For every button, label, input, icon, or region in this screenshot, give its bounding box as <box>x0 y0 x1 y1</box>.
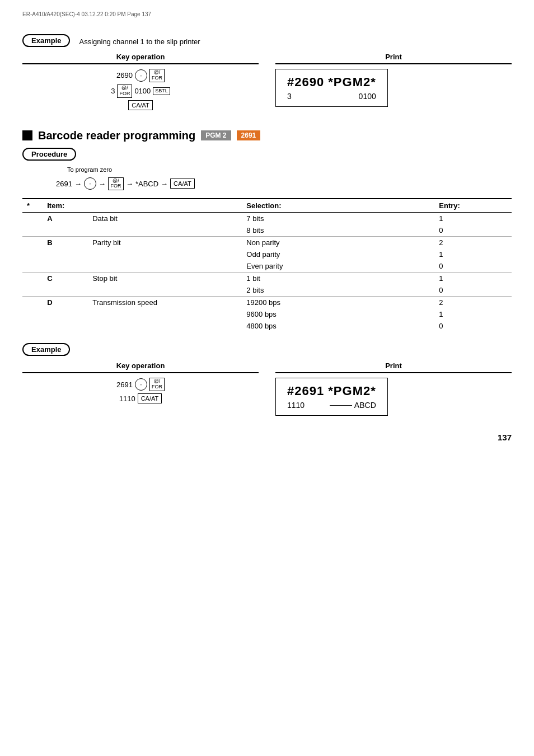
th-selection: Selection: <box>242 199 434 213</box>
table-body: AData bit7 bits18 bits0BParity bitNon pa… <box>22 213 512 332</box>
example1-key-diagram-2: 3 @/FOR 0100 SBTL <box>22 84 259 98</box>
td-entry: 2 <box>434 297 512 309</box>
example1-print-title: Print <box>275 53 512 64</box>
td-entry: 0 <box>434 320 512 332</box>
abcd-line <box>330 405 352 406</box>
td-item <box>43 284 88 297</box>
to-program-zero: To program zero <box>67 166 512 173</box>
td-entry: 2 <box>434 237 512 249</box>
example2-print-title: Print <box>275 361 512 373</box>
example1-badge: Example <box>22 34 70 47</box>
example2-key-diagram-2: 1110 CA/AT <box>22 393 259 403</box>
table-row: Odd parity1 <box>22 248 512 260</box>
td-entry: 1 <box>434 308 512 320</box>
example2-print-col: Print #2691 *PGM2* 1110 ABCD <box>275 361 512 416</box>
example1-key-op-col: Key operation 2690 · @/FOR 3 @/FOR 0100 … <box>22 53 259 112</box>
td-desc: Parity bit <box>88 237 242 249</box>
td-selection: 2 bits <box>242 284 434 297</box>
example2-key-diagram-1: 2691 · @/FOR <box>22 378 259 391</box>
td-item <box>43 224 88 237</box>
td-selection: Non parity <box>242 237 434 249</box>
td-star <box>22 297 43 309</box>
td-selection: Odd parity <box>242 248 434 260</box>
td-desc <box>88 224 242 237</box>
example1-key-diagram-1: 2690 · @/FOR <box>22 69 259 82</box>
barcode-table: * Item: Selection: Entry: AData bit7 bit… <box>22 198 512 332</box>
example2-abcd-group: ABCD <box>330 401 376 410</box>
th-item: Item: <box>43 199 88 213</box>
diag-for-key: @/FOR <box>108 177 124 191</box>
example2-key-op-title: Key operation <box>22 361 259 373</box>
td-item: B <box>43 237 88 249</box>
example2-label-row: Example <box>22 343 512 356</box>
example2-print-box: #2691 *PGM2* 1110 ABCD <box>275 378 388 416</box>
td-star <box>22 273 43 285</box>
ex2-num: 2691 <box>116 381 133 389</box>
example2-data-val: 1110 <box>287 401 305 410</box>
pgm-badge: PGM 2 <box>201 130 231 140</box>
td-item: C <box>43 273 88 285</box>
td-item <box>43 260 88 273</box>
td-selection: 8 bits <box>242 224 434 237</box>
ex1-num: 2690 <box>116 71 133 79</box>
black-square-icon <box>22 130 32 140</box>
td-desc: Data bit <box>88 213 242 225</box>
example2-section: Example Key operation 2691 · @/FOR 1110 … <box>22 343 512 416</box>
td-selection: 7 bits <box>242 213 434 225</box>
example1-columns: Key operation 2690 · @/FOR 3 @/FOR 0100 … <box>22 53 512 112</box>
td-item <box>43 308 88 320</box>
procedure-row: Procedure <box>22 148 512 161</box>
star-marker: * <box>27 201 30 210</box>
page-number: 137 <box>22 433 512 442</box>
ex2-for-key: @/FOR <box>149 378 165 391</box>
td-star <box>22 284 43 297</box>
diag-dot-key: · <box>84 177 96 190</box>
table-header-row: * Item: Selection: Entry: <box>22 199 512 213</box>
td-entry: 1 <box>434 273 512 285</box>
table-row: 8 bits0 <box>22 224 512 237</box>
td-desc: Transmission speed <box>88 297 242 309</box>
td-item: A <box>43 213 88 225</box>
pgm-num-badge: 2691 <box>237 130 261 140</box>
diag-caat-key: CA/AT <box>170 179 195 189</box>
example1-section: Example Assigning channel 1 to the slip … <box>22 34 512 112</box>
td-entry: 0 <box>434 284 512 297</box>
example2-print-pgm: #2691 *PGM2* <box>287 384 376 398</box>
th-entry: Entry: <box>434 199 512 213</box>
td-entry: 1 <box>434 248 512 260</box>
example1-description: Assigning channel 1 to the slip printer <box>79 35 200 46</box>
td-entry: 1 <box>434 213 512 225</box>
td-item <box>43 248 88 260</box>
diag-abcd: *ABCD <box>135 180 158 188</box>
ex2-1110: 1110 <box>119 395 135 403</box>
example1-print-box: #2690 *PGM2* 3 0100 <box>275 69 388 107</box>
ex2-caat-key: CA/AT <box>138 393 162 403</box>
procedure-diagram: 2691 → · → @/FOR → *ABCD → CA/AT <box>56 177 512 191</box>
example1-key-op-title: Key operation <box>22 53 259 64</box>
example2-key-op-col: Key operation 2691 · @/FOR 1110 CA/AT <box>22 361 259 406</box>
table-row: 9600 bps1 <box>22 308 512 320</box>
td-selection: 19200 bps <box>242 297 434 309</box>
example1-print-col: Print #2690 *PGM2* 3 0100 <box>275 53 512 107</box>
table-row: Even parity0 <box>22 260 512 273</box>
procedure-badge: Procedure <box>22 148 76 161</box>
ex1-num3: 3 <box>111 87 115 95</box>
td-selection: 9600 bps <box>242 308 434 320</box>
td-selection: 4800 bps <box>242 320 434 332</box>
arrow3: → <box>126 180 133 188</box>
example2-columns: Key operation 2691 · @/FOR 1110 CA/AT Pr… <box>22 361 512 416</box>
table-row: 2 bits0 <box>22 284 512 297</box>
td-star <box>22 260 43 273</box>
td-item <box>43 320 88 332</box>
table-row: BParity bitNon parity2 <box>22 237 512 249</box>
diag-start-num: 2691 <box>56 180 72 188</box>
td-star <box>22 224 43 237</box>
td-item: D <box>43 297 88 309</box>
example2-abcd: ABCD <box>354 401 376 410</box>
ex1-0100: 0100 <box>134 87 151 95</box>
table-row: CStop bit1 bit1 <box>22 273 512 285</box>
table-row: DTransmission speed19200 bps2 <box>22 297 512 309</box>
example2-print-data: 1110 ABCD <box>287 401 376 410</box>
td-desc: Stop bit <box>88 273 242 285</box>
td-desc <box>88 284 242 297</box>
